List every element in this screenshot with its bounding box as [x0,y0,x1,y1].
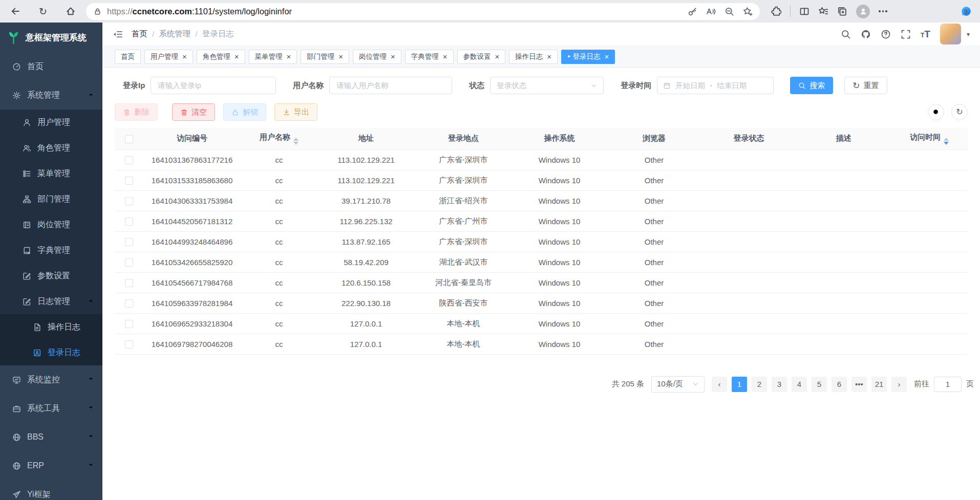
tab-close-icon[interactable]: × [495,53,500,60]
favorite-add-icon[interactable] [743,7,753,16]
tab-close-icon[interactable]: × [287,53,291,60]
date-range-picker[interactable]: 开始日期 - 结束日期 [657,77,774,94]
sidebar-item-log-mgmt[interactable]: 日志管理 [0,289,102,314]
extensions-icon[interactable] [771,6,781,16]
sidebar-item-system-tools[interactable]: 系统工具 [0,394,102,423]
user-avatar[interactable] [940,24,961,45]
page-button[interactable]: ••• [851,377,867,392]
page-size-select[interactable]: 10条/页 [651,376,705,393]
goto-page-input[interactable] [934,377,962,392]
tab[interactable]: 菜单管理 × [249,50,297,64]
help-icon[interactable] [881,29,891,39]
row-checkbox[interactable] [125,238,133,246]
row-checkbox[interactable] [125,299,133,308]
row-checkbox[interactable] [125,320,133,328]
page-button[interactable]: 4 [792,377,807,392]
zoom-out-icon[interactable] [725,7,734,16]
sidebar-item-dept-mgmt[interactable]: 部门管理 [0,186,102,212]
export-button[interactable]: 导出 [274,103,317,121]
sidebar-item-system-mgmt[interactable]: 系统管理 [0,81,102,110]
tab[interactable]: 参数设置 × [457,50,506,64]
back-icon[interactable] [6,2,25,20]
more-icon[interactable] [879,10,887,12]
sidebar-item-dict-mgmt[interactable]: 字典管理 [0,237,102,263]
reset-button[interactable]: ↻ 重置 [844,77,887,94]
read-aloud-icon[interactable] [706,7,716,16]
page-button[interactable]: 2 [752,377,767,392]
breadcrumb-system[interactable]: 系统管理 [159,29,190,39]
browser-profile-avatar[interactable] [856,5,870,18]
sidebar-item-home[interactable]: 首页 [0,52,102,81]
row-checkbox[interactable] [125,177,133,185]
row-checkbox[interactable] [125,197,133,205]
tab[interactable]: 部门管理 × [301,50,349,64]
tab[interactable]: 岗位管理 × [353,50,401,64]
sidebar-collapse-icon[interactable] [113,29,123,39]
page-button[interactable]: 6 [832,377,847,392]
site-lock-icon[interactable] [93,7,102,16]
row-checkbox[interactable] [125,258,133,267]
tab[interactable]: 角色管理 × [197,50,245,64]
tab-close-icon[interactable]: × [338,53,343,60]
login-ip-input[interactable] [151,77,276,94]
split-screen-icon[interactable] [799,6,809,16]
clear-button[interactable]: 清空 [172,103,215,121]
select-all-checkbox[interactable] [125,135,133,143]
search-icon[interactable] [841,29,851,39]
collections-icon[interactable] [837,6,847,16]
tab-close-icon[interactable]: × [547,53,551,60]
tab[interactable]: ● 登录日志 × [561,50,615,64]
favorites-icon[interactable] [818,6,828,16]
toggle-search-button[interactable] [928,104,944,120]
col-visit-time[interactable]: 访问时间 [891,128,968,149]
row-checkbox[interactable] [125,156,133,164]
sidebar-item-post-mgmt[interactable]: 岗位管理 [0,212,102,237]
fullscreen-icon[interactable] [901,29,911,39]
sidebar-item-user-mgmt[interactable]: 用户管理 [0,110,102,135]
breadcrumb-home[interactable]: 首页 [132,29,147,39]
tab-close-icon[interactable]: × [443,53,448,60]
reload-icon[interactable]: ↻ [34,2,52,20]
page-button[interactable]: › [891,377,907,392]
tab-close-icon[interactable]: × [235,53,239,60]
refresh-table-button[interactable]: ↻ [951,104,968,120]
tab[interactable]: 首页 [115,50,141,64]
sort-icon[interactable] [293,138,299,145]
tab[interactable]: 操作日志 × [509,50,558,64]
row-checkbox[interactable] [125,279,133,287]
user-name-input[interactable] [329,77,452,94]
page-button[interactable]: 5 [812,377,827,392]
search-button[interactable]: 搜索 [790,77,833,94]
page-button[interactable]: 1 [732,377,747,392]
address-bar[interactable]: https://ccnetcore.com:1101/system/log/lo… [86,3,760,20]
col-user-name[interactable]: 用户名称 [241,128,317,149]
sidebar-item-login-log[interactable]: 登录日志 [0,340,102,365]
sidebar-item-param-settings[interactable]: 参数设置 [0,263,102,289]
unlock-button[interactable]: 解锁 [223,103,266,121]
sidebar-item-erp[interactable]: ERP [0,451,102,480]
sidebar-item-operation-log[interactable]: 操作日志 [0,314,102,340]
row-checkbox[interactable] [125,218,133,226]
select-all-header[interactable] [115,128,143,149]
sidebar-item-menu-mgmt[interactable]: 菜单管理 [0,161,102,186]
status-select[interactable]: 登录状态 [490,77,604,94]
tab[interactable]: 字典管理 × [405,50,454,64]
github-icon[interactable] [861,29,871,39]
sort-icon[interactable] [944,138,949,145]
page-button[interactable]: 21 [871,377,887,392]
sidebar-item-role-mgmt[interactable]: 角色管理 [0,135,102,161]
caret-down-icon[interactable]: ▾ [967,31,970,38]
home-icon[interactable] [61,2,80,20]
bing-copilot-icon[interactable]: b [958,4,974,19]
sidebar-item-yi-framework[interactable]: Yi框架 [0,480,102,500]
tab-close-icon[interactable]: × [605,53,609,60]
sidebar-item-system-monitor[interactable]: 系统监控 [0,365,102,394]
page-button[interactable]: ‹ [712,377,727,392]
page-button[interactable]: 3 [772,377,787,392]
password-key-icon[interactable] [688,7,697,16]
row-checkbox[interactable] [125,340,133,349]
sidebar-item-bbs[interactable]: BBS [0,423,102,451]
tab-close-icon[interactable]: × [391,53,395,60]
tab-close-icon[interactable]: × [182,53,187,60]
tab[interactable]: 用户管理 × [144,50,193,64]
